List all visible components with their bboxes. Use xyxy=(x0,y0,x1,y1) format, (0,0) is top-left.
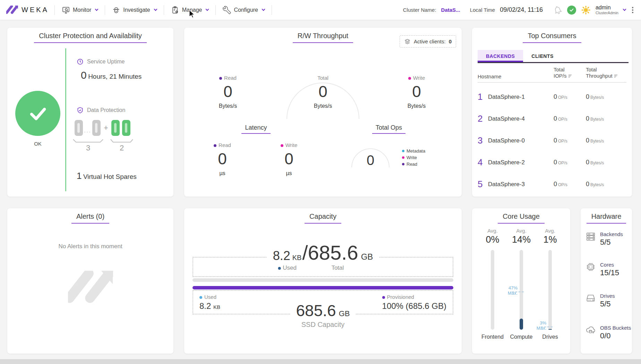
provisioned-block: Provisioned 100% (685.6 GB) xyxy=(382,294,446,311)
user-menu[interactable]: admin ClusterAdmin xyxy=(596,5,626,15)
service-uptime-row: Service Uptime xyxy=(77,58,125,65)
used-dot-icon xyxy=(278,267,281,270)
menu-investigate[interactable]: Investigate xyxy=(111,4,158,16)
panel-title: Alerts (0) xyxy=(7,213,173,224)
cloud-upload-icon xyxy=(586,325,596,335)
clients-stack-icon xyxy=(404,38,411,45)
table-row: 3DataSphere-0 0OP/s 0Bytes/s xyxy=(478,130,626,151)
table-row: 5DataSphere-3 0OP/s 0Bytes/s xyxy=(478,173,626,195)
top-nav: WEKA Monitor Investigate xyxy=(0,0,641,20)
weka-logo[interactable]: WEKA xyxy=(6,6,49,15)
core-bar-fill xyxy=(548,329,552,330)
local-time-label: Local Time xyxy=(470,7,495,13)
alerts-empty-text: No Alerts in this moment xyxy=(7,243,173,250)
active-clients-badge: Active clients: 0 xyxy=(400,35,456,47)
sort-icon[interactable] xyxy=(614,74,618,78)
weka-watermark-icon xyxy=(68,271,113,305)
panel-title: Hardware xyxy=(581,213,632,224)
hardware-drives[interactable]: Drives5/5 xyxy=(586,293,615,309)
panel-title: Top Consumers xyxy=(472,32,632,43)
rw-throughput-panel: R/W Throughput Active clients: 0 Read 0 … xyxy=(184,28,462,197)
divider xyxy=(164,5,164,15)
provisioned-dot-icon xyxy=(382,296,385,299)
tab-backends[interactable]: BACKENDS xyxy=(478,50,523,62)
data-protection-label: Data Protection xyxy=(87,107,125,113)
hardware-cores[interactable]: Cores15/15 xyxy=(586,262,619,277)
ssd-capacity-value: 685.6GB xyxy=(291,301,356,320)
parity-disk-icon xyxy=(111,120,120,136)
menu-monitor[interactable]: Monitor xyxy=(60,4,99,16)
mouse-cursor xyxy=(189,10,197,19)
alerts-panel: Alerts (0) No Alerts in this moment xyxy=(7,208,173,354)
used-capacity-bar xyxy=(193,278,453,282)
overflow-menu-icon[interactable] xyxy=(631,6,635,15)
hardware-obs-buckets[interactable]: OBS Buckets0/0 xyxy=(586,325,631,340)
plus-sign: + xyxy=(104,123,108,132)
metadata-dot-icon xyxy=(402,150,404,152)
table-row: 4DataSphere-2 0OP/s 0Bytes/s xyxy=(478,151,626,173)
protection-ok-icon xyxy=(15,91,60,136)
column-total-throughput[interactable]: Total Throughput xyxy=(586,67,618,80)
top-consumers-panel: Top Consumers BACKENDS CLIENTS Hostname … xyxy=(472,28,632,197)
total-throughput-metric: Total 0 Bytes/s xyxy=(302,75,344,109)
active-clients-value: 0 xyxy=(449,38,452,44)
parity-count: 2 xyxy=(110,144,134,153)
chevron-down-icon xyxy=(95,8,99,11)
divider xyxy=(54,5,55,15)
provisioned-capacity-bar xyxy=(193,286,453,289)
local-time-value: 09/02/24, 11:16 xyxy=(500,6,543,14)
hardware-backends[interactable]: Backends5/5 xyxy=(586,231,623,247)
data-protection-row: Data Protection xyxy=(77,107,125,114)
divider xyxy=(65,48,66,191)
health-status-icon[interactable] xyxy=(567,6,576,15)
chevron-down-icon xyxy=(262,8,265,11)
manage-icon xyxy=(171,6,179,14)
write-throughput-metric: Write 0 Bytes/s xyxy=(396,75,437,109)
column-total-iops[interactable]: Total IOP/s xyxy=(554,67,572,80)
server-icon xyxy=(586,231,596,242)
theme-sun-icon[interactable] xyxy=(581,5,591,15)
total-ops-title: Total Ops xyxy=(354,124,424,134)
investigate-icon xyxy=(112,6,120,14)
cluster-name-value[interactable]: DataS... xyxy=(441,7,460,13)
write-dot-icon xyxy=(281,144,283,147)
menu-label: Investigate xyxy=(123,7,150,13)
parity-disk-icon xyxy=(122,120,130,136)
core-usage-panel: Core Usage Avg. 0% Frontend Avg. 14% 47%… xyxy=(472,208,570,354)
total-ops-legend: Metadata Write Read xyxy=(402,148,425,168)
data-count: 3 xyxy=(72,144,104,153)
write-dot-icon xyxy=(408,77,411,80)
table-row: 2DataSphere-4 0OP/s 0Bytes/s xyxy=(478,108,626,130)
user-name: admin xyxy=(596,5,618,11)
core-max-label: 47%Max. xyxy=(499,285,518,296)
panel-title: Capacity xyxy=(184,213,462,224)
user-role: ClusterAdmin xyxy=(596,11,618,15)
write-latency-metric: Write 0 µs xyxy=(268,142,310,176)
chevron-down-icon xyxy=(154,8,157,11)
divider xyxy=(215,5,216,15)
notifications-bell-icon[interactable] xyxy=(552,4,564,16)
core-bar: 47%Max. xyxy=(520,250,523,330)
table-row: 1DataSphere-1 0OP/s 0Bytes/s xyxy=(478,86,626,108)
data-disk-icon xyxy=(92,120,101,136)
divider xyxy=(105,5,105,15)
data-disk-icon xyxy=(75,120,83,136)
weka-mark-icon xyxy=(6,6,18,15)
write-dot-icon xyxy=(402,156,404,159)
capacity-headline: 8.2KB Used /685.6GB Total xyxy=(267,244,379,271)
tab-clients[interactable]: CLIENTS xyxy=(523,50,562,62)
chevron-down-icon xyxy=(206,8,209,11)
used-capacity-block: Used 8.2 KB xyxy=(199,294,220,311)
capacity-panel: Capacity 8.2KB Used /685.6GB Total Used … xyxy=(184,208,462,354)
virtual-hot-spares: 1 Virtual Hot Spares xyxy=(77,171,137,181)
configure-icon xyxy=(223,6,231,14)
service-uptime-value: 0 Hours, 21 Minutes xyxy=(81,69,142,81)
read-dot-icon xyxy=(402,163,404,165)
menu-configure[interactable]: Configure xyxy=(221,4,266,16)
hardware-panel: Hardware Backends5/5 Cores15/15 xyxy=(581,208,632,354)
core-col-drives: Avg. 1% 3%Max. Drives xyxy=(535,228,566,340)
cluster-name-label: Cluster Name: xyxy=(403,7,436,13)
cluster-protection-panel: Cluster Protection and Availability OK S… xyxy=(7,28,173,197)
used-dot-icon xyxy=(199,296,202,299)
sort-icon[interactable] xyxy=(568,74,572,78)
